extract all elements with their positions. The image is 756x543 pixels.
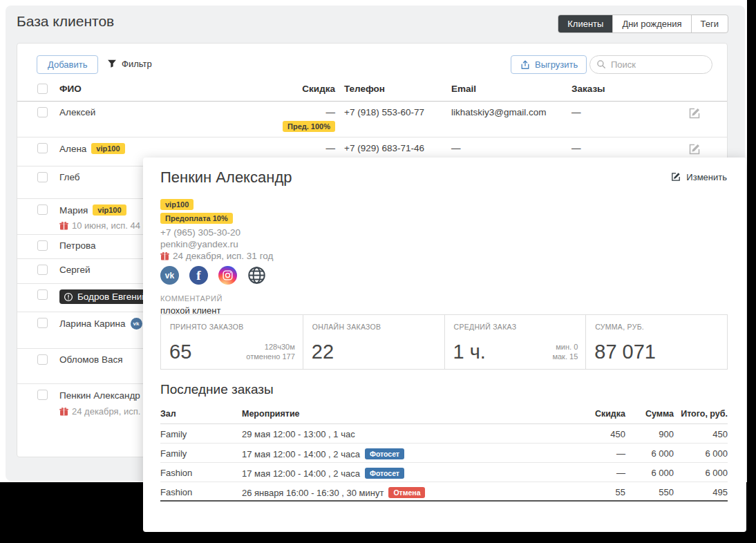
order-discount: 450 [570, 429, 625, 439]
client-discount: — [326, 143, 336, 153]
export-label: Выгрузить [535, 56, 578, 73]
stat-card: СРЕДНИЙ ЗАКАЗ1 ч.мин. 0мак. 15 [444, 315, 586, 369]
order-total: 6 000 [674, 468, 728, 478]
client-detail-email: penkin@yandex.ru [160, 239, 238, 249]
page-title: База клиентов [17, 13, 114, 30]
client-name: Глеб [59, 172, 80, 182]
client-name: Ларина Карина [59, 318, 126, 329]
select-all-checkbox[interactable] [37, 84, 48, 94]
order-row[interactable]: Family29 мая 12:00 - 13:00 , 1 час450900… [160, 424, 728, 444]
tab-2[interactable]: Теги [691, 15, 728, 32]
gift-icon [160, 251, 169, 260]
order-discount: — [570, 448, 625, 459]
tab-1[interactable]: Дни рождения [612, 15, 690, 32]
col-header-phone: Телефон [344, 84, 385, 94]
client-discount: — [326, 107, 336, 117]
col-header-email: Email [451, 84, 476, 94]
client-name: Обломов Вася [59, 354, 122, 365]
client-name: Пенкин Александр [59, 390, 140, 401]
stat-value: 87 071 [594, 341, 656, 363]
stat-value: 22 [312, 341, 334, 363]
website-icon[interactable] [247, 266, 266, 285]
order-status-badge: Фотосет [365, 468, 404, 479]
row-checkbox[interactable] [37, 289, 48, 300]
edit-icon[interactable] [688, 142, 701, 156]
client-orders: — [571, 107, 641, 117]
order-total: 495 [674, 487, 728, 497]
edit-client-button[interactable]: Изменить [670, 171, 727, 182]
client-stats: ПРИНЯТО ЗАКАЗОВ65128ч30мотменено 177ОНЛА… [160, 314, 728, 370]
stat-value: 65 [169, 341, 191, 363]
recent-orders-title: Последние заказы [160, 382, 274, 397]
order-event: 17 мая 12:00 - 14:00 , 2 часа [242, 468, 360, 479]
order-row[interactable]: Family17 мая 12:00 - 14:00 , 2 часаФотос… [160, 444, 728, 463]
col-header-name: ФИО [59, 84, 82, 94]
filter-label: Фильтр [122, 59, 152, 69]
client-phone: +7 (918) 553-60-77 [344, 107, 448, 117]
row-checkbox[interactable] [37, 318, 48, 328]
stat-label: ОНЛАЙН ЗАКАЗОВ [312, 323, 381, 331]
order-hall: Family [160, 429, 229, 439]
stat-value: 1 ч. [453, 341, 486, 363]
client-detail-panel: Пенкин Александр Изменить vip100Предопла… [143, 158, 746, 532]
vk-icon[interactable]: vk [160, 266, 179, 285]
row-checkbox[interactable] [37, 354, 48, 365]
row-checkbox[interactable] [37, 390, 48, 400]
stat-notes: мин. 0мак. 15 [552, 342, 578, 361]
stat-card: ОНЛАЙН ЗАКАЗОВ22 [303, 315, 444, 369]
order-hall: Family [160, 448, 229, 459]
client-tag: vip100 [93, 204, 126, 216]
row-checkbox[interactable] [37, 265, 48, 275]
facebook-icon[interactable]: f [189, 266, 208, 285]
edit-icon [670, 171, 681, 182]
order-discount: 55 [570, 487, 625, 497]
client-name: Мария [59, 205, 88, 216]
orders-col-event: Мероприятие [242, 409, 558, 419]
client-name: Алексей [59, 107, 95, 117]
order-sum: 900 [625, 429, 674, 439]
stat-label: СРЕДНИЙ ЗАКАЗ [454, 323, 517, 331]
funnel-icon [107, 59, 117, 69]
stat-label: СУММА, РУБ. [595, 323, 644, 331]
order-event: 26 января 16:00 - 16:30 , 30 минут [242, 488, 384, 498]
row-checkbox[interactable] [37, 204, 48, 215]
client-detail-name: Пенкин Александр [160, 169, 292, 187]
row-checkbox[interactable] [37, 107, 48, 117]
stat-notes: 128ч30мотменено 177 [246, 342, 294, 361]
tab-0[interactable]: Клиенты [558, 15, 612, 32]
add-client-button[interactable]: Добавить [37, 55, 98, 74]
client-name: Сергей [59, 265, 90, 275]
client-alert-badge: Бодров Евгений [59, 289, 153, 304]
add-client-label: Добавить [48, 56, 87, 73]
row-checkbox[interactable] [37, 143, 48, 153]
orders-col-discount: Скидка [570, 409, 625, 419]
row-checkbox[interactable] [37, 172, 48, 182]
export-button[interactable]: Выгрузить [511, 55, 587, 74]
table-row[interactable]: Алексей—Пред. 100%+7 (918) 553-60-77likh… [17, 102, 727, 137]
client-email: likhatskiy3@gmail.com [451, 107, 569, 117]
order-status-badge: Фотосет [365, 448, 404, 459]
stat-card: СУММА, РУБ.87 071 [585, 315, 727, 369]
order-hall: Fashion [160, 487, 229, 497]
stat-label: ПРИНЯТО ЗАКАЗОВ [170, 323, 244, 331]
order-row[interactable]: Fashion17 мая 12:00 - 14:00 , 2 часаФото… [160, 463, 728, 482]
instagram-icon[interactable] [218, 266, 237, 285]
filter-button[interactable]: Фильтр [107, 59, 152, 69]
stat-card: ПРИНЯТО ЗАКАЗОВ65128ч30мотменено 177 [161, 315, 303, 369]
order-sum: 550 [625, 487, 674, 497]
col-header-orders: Заказы [571, 84, 605, 94]
order-row[interactable]: Fashion26 января 16:00 - 16:30 , 30 мину… [160, 482, 728, 502]
order-event: 29 мая 12:00 - 13:00 , 1 час [242, 429, 355, 439]
order-event: 17 мая 12:00 - 14:00 , 2 часа [242, 449, 360, 459]
alert-icon [64, 292, 73, 302]
search-input[interactable] [589, 55, 712, 74]
edit-icon[interactable] [688, 106, 701, 120]
row-checkbox[interactable] [37, 240, 48, 251]
client-detail-tag: vip100 [160, 199, 193, 210]
client-name: Алена [59, 144, 86, 154]
recent-orders-table: Зал Мероприятие Скидка Сумма Итого, руб.… [160, 403, 728, 502]
vk-icon[interactable]: vk [131, 318, 142, 330]
orders-col-hall: Зал [160, 409, 229, 419]
order-status-badge: Отмена [388, 487, 425, 498]
client-orders: — [571, 143, 641, 153]
